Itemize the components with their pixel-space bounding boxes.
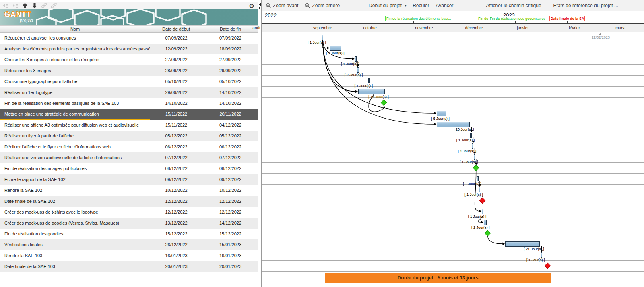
column-header-date-fin[interactable]: Date de fin xyxy=(202,26,258,32)
milestone-diamond-green[interactable] xyxy=(484,230,491,237)
task-start-cell[interactable]: 08/12/2022 xyxy=(150,163,202,174)
task-start-cell[interactable]: 16/01/2023 xyxy=(150,250,202,261)
column-header-nom[interactable]: Nom xyxy=(0,26,150,32)
task-name-cell[interactable]: Choisir les 3 images à retoucher et les … xyxy=(0,54,150,65)
unlink-tasks-icon[interactable] xyxy=(50,2,58,9)
table-row[interactable]: Réaliser une affiche A3 optimisée pour d… xyxy=(0,120,258,131)
task-start-cell[interactable]: 20/01/2023 xyxy=(150,261,202,272)
column-header-date-debut[interactable]: Date de début xyxy=(150,26,202,32)
gantt-bar[interactable] xyxy=(437,111,446,116)
task-name-cell[interactable]: Date finale de la SAE 103 xyxy=(0,261,150,272)
task-name-cell[interactable]: Fin de réalisation des images publicitai… xyxy=(0,163,150,174)
task-end-cell[interactable]: 12/12/2022 xyxy=(202,207,258,218)
task-end-cell[interactable]: 14/12/2022 xyxy=(202,218,258,229)
collapse-right-icon[interactable] xyxy=(259,6,261,10)
table-row[interactable]: Date finale de la SAE 10320/01/202320/01… xyxy=(0,261,258,272)
table-row[interactable]: Retoucher les 3 images28/09/202229/09/20… xyxy=(0,65,258,76)
task-end-cell[interactable]: 15/01/2023 xyxy=(202,239,258,250)
gantt-bar[interactable] xyxy=(322,35,323,40)
task-end-cell[interactable]: 20/11/2022 xyxy=(202,109,258,120)
table-row[interactable]: Réaliser un 1er logotype29/09/202214/10/… xyxy=(0,87,258,98)
task-start-cell[interactable]: 12/12/2022 xyxy=(150,207,202,218)
table-row[interactable]: Créer des mock-ups de goodies (Verres, S… xyxy=(0,218,258,229)
table-row[interactable]: Décliner l'affiche et le flyer en fiche … xyxy=(0,141,258,152)
task-start-cell[interactable]: 29/09/2022 xyxy=(150,87,202,98)
gantt-bar[interactable] xyxy=(505,241,540,247)
task-start-cell[interactable]: 05/10/2022 xyxy=(150,76,202,87)
task-end-cell[interactable]: 04/12/2022 xyxy=(202,120,258,131)
task-start-cell[interactable]: 14/10/2022 xyxy=(150,98,202,109)
task-start-cell[interactable]: 15/12/2022 xyxy=(150,229,202,239)
milestone-diamond-green[interactable] xyxy=(473,165,479,171)
task-end-cell[interactable]: 12/12/2022 xyxy=(202,196,258,207)
task-end-cell[interactable]: 05/12/2022 xyxy=(202,131,258,141)
move-up-icon[interactable] xyxy=(21,2,29,9)
panel-splitter[interactable] xyxy=(258,0,261,287)
table-row[interactable]: Vérifications finales26/12/202215/01/202… xyxy=(0,239,258,250)
task-name-cell[interactable]: Retoucher les 3 images xyxy=(0,65,150,76)
table-row[interactable]: Fin de la réalisation des éléments basiq… xyxy=(0,98,258,109)
task-start-cell[interactable]: 05/12/2022 xyxy=(150,131,202,141)
table-row[interactable]: Fin de réalisation des images publicitai… xyxy=(0,163,258,174)
task-name-cell[interactable]: Réaliser une version audiovisuelle de la… xyxy=(0,152,150,163)
gantt-bar[interactable] xyxy=(482,209,483,214)
gantt-bar[interactable] xyxy=(472,144,473,149)
task-name-cell[interactable]: Choisir une typographie pour l'affiche xyxy=(0,76,150,87)
task-name-cell[interactable]: Ecrire le rapport de la SAE 102 xyxy=(0,174,150,185)
task-start-cell[interactable]: 12/12/2022 xyxy=(150,196,202,207)
task-start-cell[interactable]: 07/12/2022 xyxy=(150,152,202,163)
task-end-cell[interactable]: 07/09/2022 xyxy=(202,33,258,44)
task-end-cell[interactable]: 14/10/2022 xyxy=(202,98,258,109)
settings-gear-icon[interactable]: ⚙ xyxy=(249,2,254,10)
task-name-cell[interactable]: Créer des mock-ups de goodies (Verres, S… xyxy=(0,218,150,229)
gantt-bar[interactable] xyxy=(357,67,359,73)
task-name-cell[interactable]: Vérifications finales xyxy=(0,239,150,250)
indent-icon[interactable] xyxy=(12,2,19,9)
task-start-cell[interactable]: 13/12/2022 xyxy=(150,218,202,229)
task-end-cell[interactable]: 05/10/2022 xyxy=(202,76,258,87)
task-name-cell[interactable]: Rendre la SAE 103 xyxy=(0,250,150,261)
task-start-cell[interactable]: 15/11/2022 xyxy=(150,109,202,120)
task-end-cell[interactable]: 29/09/2022 xyxy=(202,65,258,76)
task-start-cell[interactable]: 28/09/2022 xyxy=(150,65,202,76)
task-end-cell[interactable]: 07/12/2022 xyxy=(202,152,258,163)
table-row[interactable]: Choisir les 3 images à retoucher et les … xyxy=(0,54,258,65)
table-row[interactable]: Réaliser un flyer à partir de l'affiche0… xyxy=(0,131,258,141)
task-start-cell[interactable]: 26/12/2022 xyxy=(150,239,202,250)
table-row[interactable]: Fin de réalisation des goodies15/12/2022… xyxy=(0,229,258,239)
task-end-cell[interactable]: 18/09/2022 xyxy=(202,44,258,54)
task-name-cell[interactable]: Décliner l'affiche et le flyer en fiche … xyxy=(0,141,150,152)
table-row[interactable]: Date finale de la SAE 10212/12/202212/12… xyxy=(0,196,258,207)
unindent-icon[interactable] xyxy=(2,2,9,9)
task-start-cell[interactable]: 27/09/2022 xyxy=(150,54,202,65)
task-name-cell[interactable]: Réaliser un flyer à partir de l'affiche xyxy=(0,131,150,141)
link-tasks-icon[interactable] xyxy=(41,2,48,9)
gantt-bar[interactable] xyxy=(474,154,475,160)
table-row[interactable]: Réaliser une version audiovisuelle de la… xyxy=(0,152,258,163)
table-row[interactable]: Choisir une typographie pour l'affiche05… xyxy=(0,76,258,87)
task-name-cell[interactable]: Fin de réalisation des goodies xyxy=(0,229,150,239)
task-end-cell[interactable]: 14/10/2022 xyxy=(202,87,258,98)
milestone-diamond-red[interactable] xyxy=(479,198,486,204)
task-name-cell[interactable]: Rendre la SAE 102 xyxy=(0,185,150,196)
gantt-bar[interactable] xyxy=(330,46,341,51)
task-name-cell[interactable]: Récupérer et analyser les consignes xyxy=(0,33,150,44)
task-end-cell[interactable]: 16/01/2023 xyxy=(202,250,258,261)
task-end-cell[interactable]: 08/12/2022 xyxy=(202,163,258,174)
table-row[interactable]: Analyser les éléments produits par les o… xyxy=(0,44,258,54)
task-start-cell[interactable]: 09/12/2022 xyxy=(150,174,202,185)
move-down-icon[interactable] xyxy=(31,2,38,9)
gantt-bar[interactable] xyxy=(484,220,487,225)
gantt-bar[interactable] xyxy=(479,187,480,192)
milestone-diamond-red[interactable] xyxy=(545,263,551,269)
gantt-bar[interactable] xyxy=(470,133,472,138)
task-start-cell[interactable]: 10/12/2022 xyxy=(150,185,202,196)
collapse-left-icon[interactable] xyxy=(259,3,261,6)
task-name-cell[interactable]: Créer des mock-ups de t-shirts avec le l… xyxy=(0,207,150,218)
gantt-bar[interactable] xyxy=(437,122,470,127)
gantt-bar[interactable] xyxy=(541,252,542,258)
task-start-cell[interactable]: 06/12/2022 xyxy=(150,141,202,152)
task-name-cell[interactable]: Date finale de la SAE 102 xyxy=(0,196,150,207)
task-name-cell[interactable]: Réaliser un 1er logotype xyxy=(0,87,150,98)
table-row[interactable]: Récupérer et analyser les consignes07/09… xyxy=(0,33,258,44)
